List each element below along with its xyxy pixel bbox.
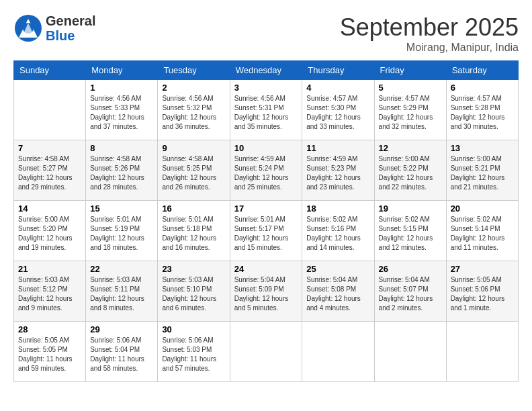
weekday-header-monday: Monday: [86, 61, 158, 80]
calendar-cell: 26Sunrise: 5:04 AMSunset: 5:07 PMDayligh…: [374, 261, 446, 322]
day-info: Sunrise: 5:00 AMSunset: 5:21 PMDaylight:…: [451, 154, 514, 192]
logo-text-general: General: [46, 13, 95, 28]
calendar-cell: 19Sunrise: 5:02 AMSunset: 5:15 PMDayligh…: [374, 201, 446, 261]
weekday-header-row: SundayMondayTuesdayWednesdayThursdayFrid…: [14, 61, 519, 80]
day-info: Sunrise: 4:58 AMSunset: 5:25 PMDaylight:…: [162, 154, 225, 192]
day-number: 13: [451, 143, 514, 153]
calendar-cell: 24Sunrise: 5:04 AMSunset: 5:09 PMDayligh…: [230, 261, 302, 322]
calendar-cell: 3Sunrise: 4:56 AMSunset: 5:31 PMDaylight…: [230, 80, 302, 140]
logo: General Blue: [13, 13, 95, 43]
calendar-cell: 27Sunrise: 5:05 AMSunset: 5:06 PMDayligh…: [446, 261, 518, 322]
weekday-header-sunday: Sunday: [14, 61, 86, 80]
day-info: Sunrise: 5:05 AMSunset: 5:06 PMDaylight:…: [451, 275, 514, 313]
day-info: Sunrise: 5:06 AMSunset: 5:04 PMDaylight:…: [90, 336, 153, 373]
calendar-cell: 1Sunrise: 4:56 AMSunset: 5:33 PMDaylight…: [86, 80, 158, 140]
day-number: 18: [306, 203, 369, 214]
calendar-table: SundayMondayTuesdayWednesdayThursdayFrid…: [13, 60, 519, 382]
day-info: Sunrise: 4:59 AMSunset: 5:23 PMDaylight:…: [306, 154, 369, 192]
day-number: 30: [162, 324, 225, 334]
day-info: Sunrise: 4:58 AMSunset: 5:26 PMDaylight:…: [90, 154, 153, 192]
calendar-cell: 20Sunrise: 5:02 AMSunset: 5:14 PMDayligh…: [446, 201, 518, 261]
day-info: Sunrise: 4:57 AMSunset: 5:29 PMDaylight:…: [379, 94, 442, 132]
calendar-cell: 14Sunrise: 5:00 AMSunset: 5:20 PMDayligh…: [14, 201, 86, 261]
weekday-header-friday: Friday: [374, 61, 446, 80]
day-info: Sunrise: 5:01 AMSunset: 5:18 PMDaylight:…: [162, 215, 225, 253]
calendar-cell: 11Sunrise: 4:59 AMSunset: 5:23 PMDayligh…: [302, 140, 374, 201]
day-number: 19: [379, 203, 442, 214]
day-info: Sunrise: 5:02 AMSunset: 5:16 PMDaylight:…: [306, 215, 369, 253]
day-info: Sunrise: 5:01 AMSunset: 5:17 PMDaylight:…: [234, 215, 298, 253]
day-info: Sunrise: 5:02 AMSunset: 5:14 PMDaylight:…: [451, 215, 514, 253]
day-info: Sunrise: 5:03 AMSunset: 5:10 PMDaylight:…: [162, 275, 225, 313]
page-header: General Blue September 2025 Moirang, Man…: [13, 13, 519, 54]
weekday-header-wednesday: Wednesday: [230, 61, 302, 80]
day-number: 1: [90, 83, 153, 93]
day-info: Sunrise: 5:01 AMSunset: 5:19 PMDaylight:…: [90, 215, 153, 253]
calendar-cell: 5Sunrise: 4:57 AMSunset: 5:29 PMDaylight…: [374, 80, 446, 140]
day-info: Sunrise: 4:56 AMSunset: 5:32 PMDaylight:…: [162, 94, 225, 132]
day-number: 12: [379, 143, 442, 153]
day-number: 6: [451, 83, 514, 93]
day-number: 4: [306, 83, 369, 93]
day-number: 14: [18, 203, 81, 214]
day-number: 9: [162, 143, 225, 153]
day-number: 23: [162, 264, 225, 274]
weekday-header-saturday: Saturday: [446, 61, 518, 80]
day-number: 22: [90, 264, 153, 274]
day-number: 21: [18, 264, 81, 274]
day-number: 28: [18, 324, 81, 334]
day-info: Sunrise: 4:57 AMSunset: 5:30 PMDaylight:…: [306, 94, 369, 132]
day-number: 8: [90, 143, 153, 153]
day-info: Sunrise: 5:00 AMSunset: 5:22 PMDaylight:…: [379, 154, 442, 192]
day-number: 29: [90, 324, 153, 334]
day-info: Sunrise: 5:00 AMSunset: 5:20 PMDaylight:…: [18, 215, 81, 253]
day-info: Sunrise: 5:03 AMSunset: 5:12 PMDaylight:…: [18, 275, 81, 313]
calendar-cell: 10Sunrise: 4:59 AMSunset: 5:24 PMDayligh…: [230, 140, 302, 201]
calendar-week-4: 21Sunrise: 5:03 AMSunset: 5:12 PMDayligh…: [14, 261, 519, 322]
calendar-cell: 23Sunrise: 5:03 AMSunset: 5:10 PMDayligh…: [158, 261, 230, 322]
day-info: Sunrise: 5:05 AMSunset: 5:05 PMDaylight:…: [18, 336, 81, 373]
weekday-header-thursday: Thursday: [302, 61, 374, 80]
calendar-cell: 7Sunrise: 4:58 AMSunset: 5:27 PMDaylight…: [14, 140, 86, 201]
calendar-cell: 30Sunrise: 5:06 AMSunset: 5:03 PMDayligh…: [158, 322, 230, 382]
day-number: 11: [306, 143, 369, 153]
day-number: 3: [234, 83, 298, 93]
logo-icon: [13, 13, 43, 43]
calendar-cell: 16Sunrise: 5:01 AMSunset: 5:18 PMDayligh…: [158, 201, 230, 261]
day-info: Sunrise: 4:58 AMSunset: 5:27 PMDaylight:…: [18, 154, 81, 192]
day-info: Sunrise: 4:57 AMSunset: 5:28 PMDaylight:…: [451, 94, 514, 132]
day-info: Sunrise: 5:02 AMSunset: 5:15 PMDaylight:…: [379, 215, 442, 253]
logo-text-blue: Blue: [46, 28, 95, 43]
day-number: 5: [379, 83, 442, 93]
day-info: Sunrise: 5:04 AMSunset: 5:08 PMDaylight:…: [306, 275, 369, 313]
day-number: 20: [451, 203, 514, 214]
calendar-cell: 22Sunrise: 5:03 AMSunset: 5:11 PMDayligh…: [86, 261, 158, 322]
calendar-cell: [302, 322, 374, 382]
day-number: 2: [162, 83, 225, 93]
day-number: 17: [234, 203, 298, 214]
day-number: 27: [451, 264, 514, 274]
calendar-cell: 18Sunrise: 5:02 AMSunset: 5:16 PMDayligh…: [302, 201, 374, 261]
month-title: September 2025: [340, 13, 519, 42]
day-info: Sunrise: 4:59 AMSunset: 5:24 PMDaylight:…: [234, 154, 298, 192]
day-number: 25: [306, 264, 369, 274]
calendar-cell: [374, 322, 446, 382]
calendar-week-5: 28Sunrise: 5:05 AMSunset: 5:05 PMDayligh…: [14, 322, 519, 382]
day-info: Sunrise: 5:04 AMSunset: 5:07 PMDaylight:…: [379, 275, 442, 313]
calendar-cell: [446, 322, 518, 382]
calendar-cell: 25Sunrise: 5:04 AMSunset: 5:08 PMDayligh…: [302, 261, 374, 322]
calendar-cell: 8Sunrise: 4:58 AMSunset: 5:26 PMDaylight…: [86, 140, 158, 201]
calendar-cell: 15Sunrise: 5:01 AMSunset: 5:19 PMDayligh…: [86, 201, 158, 261]
day-info: Sunrise: 5:04 AMSunset: 5:09 PMDaylight:…: [234, 275, 298, 313]
calendar-cell: 21Sunrise: 5:03 AMSunset: 5:12 PMDayligh…: [14, 261, 86, 322]
calendar-cell: 29Sunrise: 5:06 AMSunset: 5:04 PMDayligh…: [86, 322, 158, 382]
day-info: Sunrise: 5:06 AMSunset: 5:03 PMDaylight:…: [162, 336, 225, 373]
calendar-week-2: 7Sunrise: 4:58 AMSunset: 5:27 PMDaylight…: [14, 140, 519, 201]
day-info: Sunrise: 4:56 AMSunset: 5:31 PMDaylight:…: [234, 94, 298, 132]
location: Moirang, Manipur, India: [340, 42, 519, 54]
calendar-cell: 12Sunrise: 5:00 AMSunset: 5:22 PMDayligh…: [374, 140, 446, 201]
day-number: 16: [162, 203, 225, 214]
day-number: 10: [234, 143, 298, 153]
calendar-cell: 13Sunrise: 5:00 AMSunset: 5:21 PMDayligh…: [446, 140, 518, 201]
day-number: 26: [379, 264, 442, 274]
